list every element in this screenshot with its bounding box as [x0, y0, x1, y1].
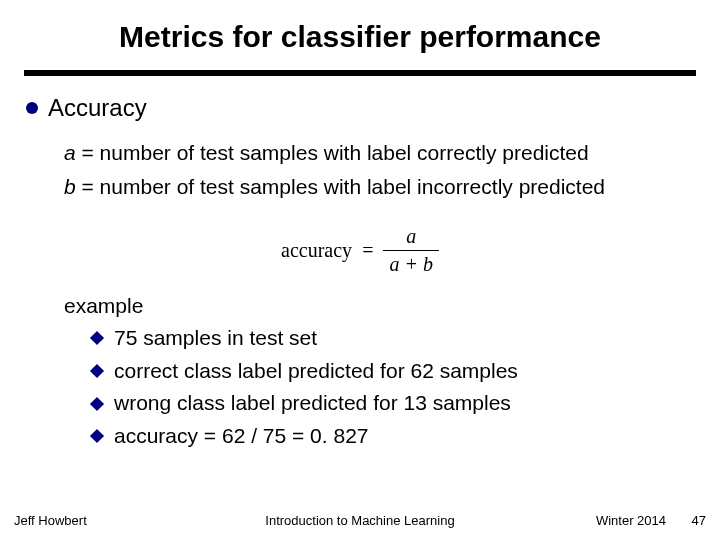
list-item: 75 samples in test set — [92, 322, 696, 355]
formula-lhs: accuracy — [281, 239, 352, 262]
definition-b: b = number of test samples with label in… — [64, 170, 696, 204]
diamond-icon — [90, 364, 104, 378]
accuracy-formula: accuracy = a a + b — [260, 225, 460, 276]
title-rule — [24, 70, 696, 76]
footer-course: Introduction to Machine Learning — [174, 513, 546, 528]
example-heading: example — [64, 294, 696, 318]
footer-term: Winter 2014 — [546, 513, 666, 528]
list-item-text: accuracy = 62 / 75 = 0. 827 — [114, 420, 369, 453]
diamond-icon — [90, 429, 104, 443]
bullet-accuracy: Accuracy — [26, 94, 696, 122]
list-item-text: correct class label predicted for 62 sam… — [114, 355, 518, 388]
footer-page: 47 — [666, 513, 706, 528]
definitions: a = number of test samples with label co… — [64, 136, 696, 203]
var-b: b — [64, 175, 76, 198]
list-item: accuracy = 62 / 75 = 0. 827 — [92, 420, 696, 453]
example-list: 75 samples in test set correct class lab… — [92, 322, 696, 452]
slide: Metrics for classifier performance Accur… — [0, 0, 720, 540]
definition-a: a = number of test samples with label co… — [64, 136, 696, 170]
diamond-icon — [90, 396, 104, 410]
list-item-text: 75 samples in test set — [114, 322, 317, 355]
def-a-text: = number of test samples with label corr… — [76, 141, 589, 164]
list-item: wrong class label predicted for 13 sampl… — [92, 387, 696, 420]
example-block: example 75 samples in test set correct c… — [64, 294, 696, 452]
bullet-text: Accuracy — [48, 94, 147, 122]
footer-author: Jeff Howbert — [14, 513, 174, 528]
disc-icon — [26, 102, 38, 114]
diamond-icon — [90, 331, 104, 345]
fraction-num: a — [400, 225, 422, 250]
equals-sign: = — [362, 239, 373, 262]
footer: Jeff Howbert Introduction to Machine Lea… — [0, 513, 720, 528]
list-item-text: wrong class label predicted for 13 sampl… — [114, 387, 511, 420]
var-a: a — [64, 141, 76, 164]
fraction: a a + b — [383, 225, 439, 276]
def-b-text: = number of test samples with label inco… — [76, 175, 605, 198]
slide-title: Metrics for classifier performance — [24, 20, 696, 54]
list-item: correct class label predicted for 62 sam… — [92, 355, 696, 388]
fraction-den: a + b — [383, 250, 439, 276]
